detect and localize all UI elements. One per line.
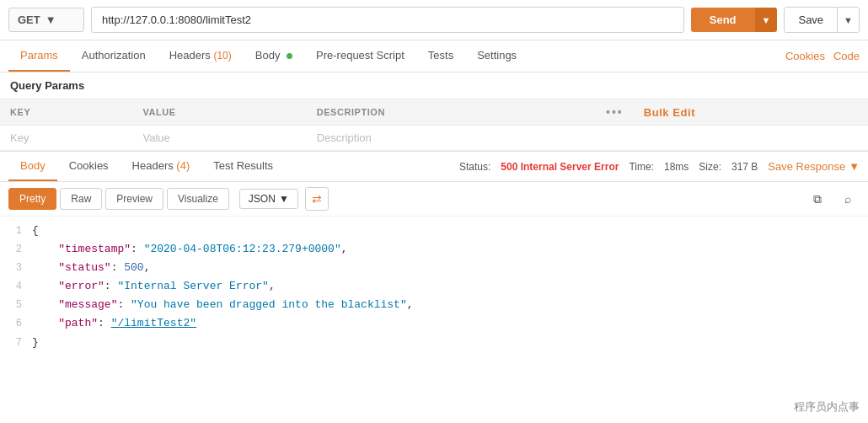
json-line: 7}	[0, 334, 868, 352]
format-select[interactable]: JSON ▼	[239, 189, 298, 209]
response-tabs: Body Cookies Headers (4) Test Results St…	[0, 151, 868, 182]
cookies-link[interactable]: Cookies	[785, 50, 825, 62]
line-content: {	[32, 222, 861, 240]
headers-badge: (10)	[213, 50, 231, 62]
json-response-area: 1{2 "timestamp": "2020-04-08T06:12:23.27…	[0, 217, 868, 357]
json-line: 3 "status": 500,	[0, 259, 868, 277]
json-line: 4 "error": "Internal Server Error",	[0, 277, 868, 296]
tab-pre-request[interactable]: Pre-request Script	[304, 40, 416, 72]
top-links: Cookies Code	[785, 50, 860, 62]
top-bar: GET ▼ Send ▼ Save ▼	[0, 0, 868, 40]
resp-tab-headers[interactable]: Headers (4)	[121, 152, 202, 181]
key-placeholder: Key	[10, 131, 29, 144]
send-arrow-button[interactable]: ▼	[755, 8, 778, 32]
view-tab-visualize[interactable]: Visualize	[167, 188, 229, 210]
send-button[interactable]: Send	[691, 8, 755, 32]
line-content: "error": "Internal Server Error",	[32, 277, 861, 296]
right-icons: ⧉ ⌕	[806, 187, 860, 211]
line-content: "message": "You have been dragged into t…	[32, 296, 861, 314]
size-value: 317 B	[731, 161, 758, 173]
time-label: Time:	[629, 161, 654, 173]
resp-tab-test-results[interactable]: Test Results	[201, 152, 285, 181]
json-line: 5 "message": "You have been dragged into…	[0, 296, 868, 314]
tab-authorization[interactable]: Authorization	[70, 40, 158, 72]
resp-headers-badge: (4)	[176, 159, 190, 172]
send-btn-group: Send ▼	[691, 8, 778, 32]
description-placeholder: Description	[317, 131, 372, 144]
line-number: 6	[7, 315, 32, 332]
view-tab-preview[interactable]: Preview	[105, 188, 163, 210]
format-chevron-icon: ▼	[279, 193, 289, 205]
view-tabs-row: Pretty Raw Preview Visualize JSON ▼ ⇄ ⧉ …	[0, 182, 868, 217]
json-line: 2 "timestamp": "2020-04-08T06:12:23.279+…	[0, 240, 868, 259]
key-col-header: KEY	[0, 99, 133, 126]
tab-settings[interactable]: Settings	[465, 40, 528, 72]
search-button[interactable]: ⌕	[836, 187, 860, 211]
tab-body[interactable]: Body	[244, 40, 304, 72]
line-content: "timestamp": "2020-04-08T06:12:23.279+00…	[32, 240, 861, 259]
method-chevron-icon: ▼	[46, 13, 56, 26]
view-tab-pretty[interactable]: Pretty	[8, 188, 56, 210]
line-number: 2	[7, 241, 32, 258]
table-row: Key Value Description	[0, 126, 868, 151]
line-content: }	[32, 334, 861, 352]
method-label: GET	[18, 13, 40, 26]
save-arrow-button[interactable]: ▼	[837, 8, 859, 32]
more-options-button[interactable]: •••	[606, 105, 624, 119]
tab-tests[interactable]: Tests	[416, 40, 465, 72]
request-tabs: Params Authorization Headers (10) Body P…	[0, 40, 868, 72]
tab-params[interactable]: Params	[8, 40, 70, 72]
line-number: 1	[7, 222, 32, 239]
url-input[interactable]	[91, 7, 684, 33]
value-col-header: VALUE	[133, 99, 307, 126]
bulk-edit-button[interactable]: Bulk Edit	[644, 106, 695, 119]
view-tab-raw[interactable]: Raw	[60, 188, 102, 210]
method-select[interactable]: GET ▼	[8, 8, 84, 32]
response-status-bar: Status: 500 Internal Server Error Time: …	[459, 160, 860, 173]
tab-headers[interactable]: Headers (10)	[158, 40, 244, 72]
status-label: Status:	[459, 161, 490, 173]
copy-button[interactable]: ⧉	[806, 187, 829, 211]
save-button[interactable]: Save	[785, 8, 837, 32]
line-content: "status": 500,	[32, 259, 861, 277]
description-col-header: DESCRIPTION	[307, 99, 596, 126]
size-label: Size:	[699, 161, 721, 173]
value-placeholder: Value	[143, 131, 170, 144]
line-content: "path": "/limitTest2"	[32, 314, 861, 333]
json-line: 1{	[0, 222, 868, 240]
code-link[interactable]: Code	[833, 50, 860, 62]
wrap-button[interactable]: ⇄	[305, 187, 329, 211]
line-number: 4	[7, 278, 32, 295]
time-value: 18ms	[664, 161, 689, 173]
params-table: KEY VALUE DESCRIPTION ••• Bulk Edit Key …	[0, 99, 868, 151]
status-value: 500 Internal Server Error	[501, 161, 619, 173]
format-label: JSON	[249, 193, 276, 205]
line-number: 5	[7, 297, 32, 313]
resp-tab-body[interactable]: Body	[8, 152, 57, 181]
line-number: 3	[7, 260, 32, 276]
json-line: 6 "path": "/limitTest2"	[0, 314, 868, 333]
line-number: 7	[7, 335, 32, 351]
body-dot	[287, 53, 292, 59]
query-params-title: Query Params	[0, 72, 868, 99]
save-response-button[interactable]: Save Response ▼	[768, 160, 860, 173]
resp-tab-cookies[interactable]: Cookies	[57, 152, 121, 181]
save-btn-group: Save ▼	[784, 7, 860, 33]
